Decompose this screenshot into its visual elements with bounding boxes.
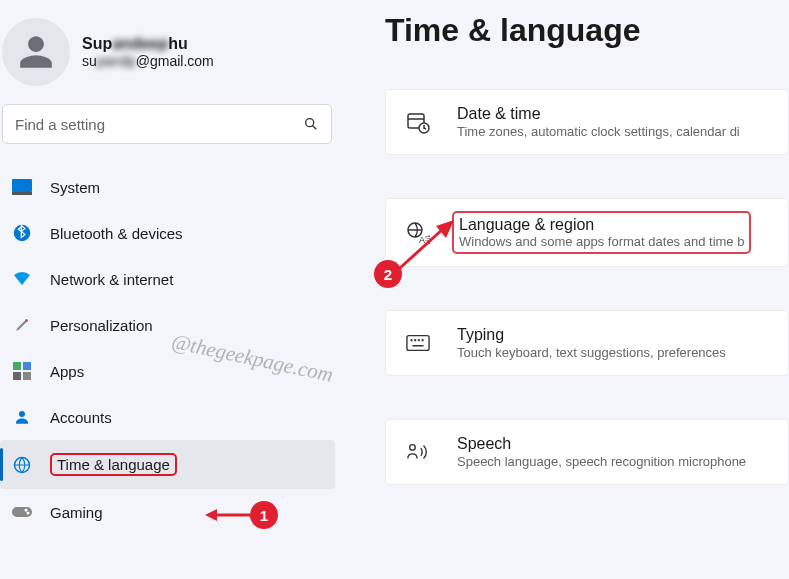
nav-item-bluetooth[interactable]: Bluetooth & devices — [0, 210, 335, 256]
profile-name: Supandeephu — [82, 35, 214, 53]
nav-label-highlighted: Time & language — [50, 453, 177, 476]
nav-item-gaming[interactable]: Gaming — [0, 489, 335, 535]
bluetooth-icon — [12, 223, 32, 243]
annotation-arrow-2 — [398, 220, 458, 272]
svg-rect-3 — [12, 192, 32, 195]
svg-point-22 — [415, 340, 416, 341]
nav-label: Bluetooth & devices — [50, 225, 183, 242]
search-input[interactable] — [15, 116, 303, 133]
nav-label: System — [50, 179, 100, 196]
svg-point-14 — [27, 512, 30, 515]
svg-line-29 — [400, 228, 444, 268]
card-subtitle: Touch keyboard, text suggestions, prefer… — [457, 345, 726, 360]
annotation-badge-1: 1 — [250, 501, 278, 529]
nav-item-accounts[interactable]: Accounts — [0, 394, 335, 440]
card-title: Typing — [457, 326, 726, 344]
card-title: Date & time — [457, 105, 740, 123]
svg-point-0 — [306, 119, 314, 127]
svg-point-10 — [19, 411, 25, 417]
nav-label: Apps — [50, 363, 84, 380]
profile-email: supandp@gmail.com — [82, 53, 214, 69]
svg-rect-2 — [12, 179, 32, 192]
profile-block[interactable]: Supandeephu supandp@gmail.com — [0, 0, 335, 104]
nav-label: Network & internet — [50, 271, 173, 288]
card-subtitle: Time zones, automatic clock settings, ca… — [457, 124, 740, 139]
card-typing[interactable]: Typing Touch keyboard, text suggestions,… — [385, 310, 789, 376]
svg-point-21 — [411, 340, 412, 341]
svg-point-5 — [25, 319, 28, 322]
accounts-icon — [12, 407, 32, 427]
nav-label: Gaming — [50, 504, 103, 521]
gaming-icon — [12, 502, 32, 522]
card-subtitle: Speech language, speech recognition micr… — [457, 454, 746, 469]
wifi-icon — [12, 269, 32, 289]
calendar-clock-icon — [406, 110, 430, 134]
svg-marker-28 — [205, 509, 217, 521]
svg-line-1 — [313, 126, 317, 130]
card-subtitle: Windows and some apps format dates and t… — [459, 234, 744, 249]
annotation-arrow-1 — [205, 506, 253, 524]
svg-marker-30 — [436, 220, 454, 238]
nav-item-network[interactable]: Network & internet — [0, 256, 335, 302]
svg-rect-7 — [23, 362, 31, 370]
search-icon — [303, 116, 319, 132]
svg-rect-20 — [407, 336, 429, 351]
svg-point-13 — [25, 509, 28, 512]
svg-rect-6 — [13, 362, 21, 370]
person-icon — [17, 33, 55, 71]
svg-rect-8 — [13, 372, 21, 380]
nav-label: Personalization — [50, 317, 153, 334]
svg-point-26 — [410, 445, 416, 451]
svg-point-23 — [418, 340, 419, 341]
keyboard-icon — [406, 331, 430, 355]
avatar — [2, 18, 70, 86]
nav-item-time-language[interactable]: Time & language — [0, 440, 335, 489]
brush-icon — [12, 315, 32, 335]
svg-point-24 — [422, 340, 423, 341]
nav-item-apps[interactable]: Apps — [0, 348, 335, 394]
nav-item-system[interactable]: System — [0, 164, 335, 210]
highlight-language-region: Language & region Windows and some apps … — [452, 211, 751, 254]
card-date-time[interactable]: Date & time Time zones, automatic clock … — [385, 89, 789, 155]
card-speech[interactable]: Speech Speech language, speech recogniti… — [385, 419, 789, 485]
card-title: Speech — [457, 435, 746, 453]
time-language-icon — [12, 455, 32, 475]
search-input-container[interactable] — [2, 104, 332, 144]
svg-rect-9 — [23, 372, 31, 380]
page-title: Time & language — [385, 12, 789, 49]
nav-label: Accounts — [50, 409, 112, 426]
svg-point-4 — [14, 225, 31, 242]
apps-icon — [12, 361, 32, 381]
system-icon — [12, 177, 32, 197]
card-title: Language & region — [459, 216, 744, 234]
speech-icon — [406, 440, 430, 464]
nav-item-personalization[interactable]: Personalization — [0, 302, 335, 348]
